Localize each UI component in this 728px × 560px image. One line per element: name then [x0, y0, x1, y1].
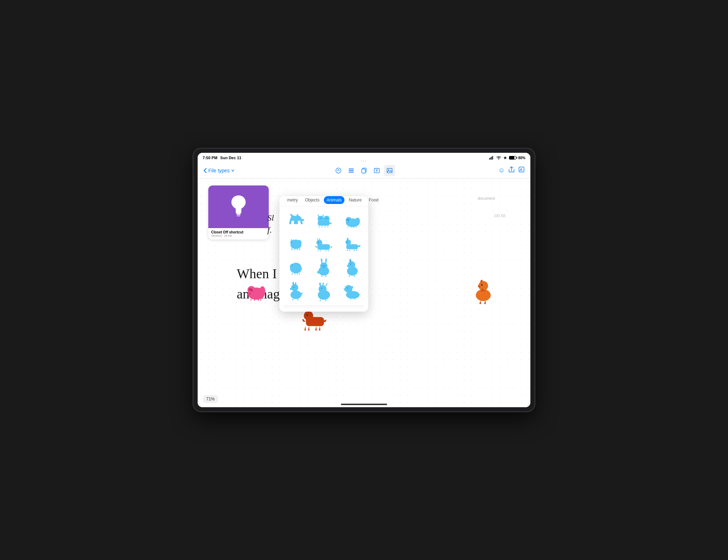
- svg-rect-7: [349, 170, 354, 171]
- svg-rect-12: [387, 168, 392, 173]
- svg-point-49: [348, 219, 349, 220]
- animals-grid: [279, 206, 368, 305]
- svg-point-55: [296, 240, 301, 245]
- canvas-area[interactable]: Closet Off shortcut Shortcut · 28 KB Sl …: [198, 178, 530, 407]
- svg-point-59: [318, 242, 319, 243]
- tab-food[interactable]: Food: [366, 196, 381, 204]
- svg-rect-16: [237, 215, 240, 216]
- svg-point-70: [292, 265, 293, 265]
- toolbar-image-btn[interactable]: [384, 165, 395, 176]
- pig-icon: [244, 281, 269, 301]
- svg-point-46: [355, 217, 360, 225]
- svg-rect-3: [492, 156, 493, 160]
- svg-point-50: [347, 222, 348, 223]
- svg-point-47: [346, 219, 349, 221]
- ipad-frame: 7:50 PM Sun Dec 11: [193, 149, 535, 411]
- svg-point-74: [324, 265, 325, 266]
- shape-panel: metry Objects Animals Nature Food: [279, 196, 368, 312]
- svg-rect-8: [349, 172, 354, 172]
- svg-point-78: [350, 264, 351, 265]
- svg-point-5: [336, 168, 341, 173]
- file-card-thumbnail: [208, 185, 269, 228]
- animal-goat[interactable]: [312, 234, 336, 254]
- svg-point-87: [347, 287, 348, 289]
- svg-point-40: [320, 218, 321, 219]
- animal-lamb[interactable]: [284, 258, 308, 278]
- svg-point-21: [259, 286, 266, 296]
- svg-rect-2: [491, 157, 492, 160]
- svg-point-72: [320, 263, 328, 270]
- svg-point-84: [321, 288, 322, 289]
- toolbar-right: ☺: [498, 166, 525, 175]
- animal-turkey[interactable]: [312, 281, 336, 301]
- svg-point-75: [323, 266, 325, 268]
- animal-donkey[interactable]: [339, 234, 364, 254]
- svg-point-42: [326, 218, 327, 219]
- svg-rect-0: [489, 158, 490, 160]
- share-btn[interactable]: [508, 166, 515, 175]
- animal-rabbit[interactable]: [312, 258, 336, 278]
- svg-point-41: [321, 218, 322, 219]
- tab-geometry[interactable]: metry: [284, 196, 301, 204]
- animal-rooster[interactable]: [284, 281, 308, 301]
- svg-point-62: [347, 241, 348, 242]
- animal-chicken-grid[interactable]: [339, 258, 364, 278]
- time: 7:50 PM: [203, 156, 218, 160]
- date: Sun Dec 11: [220, 156, 241, 160]
- toolbar-lines-btn[interactable]: [346, 165, 357, 176]
- svg-point-4: [498, 159, 499, 160]
- svg-point-56: [291, 242, 292, 242]
- tab-animals[interactable]: Animals: [324, 196, 345, 204]
- file-card[interactable]: Closet Off shortcut Shortcut · 28 KB: [208, 185, 269, 239]
- svg-point-81: [294, 287, 295, 288]
- file-card-info: Closet Off shortcut Shortcut · 28 KB: [208, 228, 269, 239]
- chevron-down-icon: [231, 169, 235, 172]
- chicken-icon: [472, 278, 495, 305]
- svg-rect-10: [362, 169, 365, 173]
- file-size-label: 100 KB: [494, 214, 505, 218]
- status-right: ★ 80%: [489, 156, 525, 160]
- toolbar-copy-btn[interactable]: [358, 165, 370, 176]
- pig-sticker[interactable]: [244, 281, 269, 302]
- svg-rect-1: [490, 157, 491, 160]
- animal-cow[interactable]: [312, 211, 336, 231]
- svg-point-25: [249, 293, 251, 294]
- ipad-screen: 7:50 PM Sun Dec 11: [198, 153, 530, 407]
- main-content: Closet Off shortcut Shortcut · 28 KB Sl …: [198, 178, 530, 407]
- svg-point-80: [291, 284, 298, 291]
- svg-point-36: [291, 216, 292, 217]
- edit-btn[interactable]: [518, 166, 525, 174]
- svg-point-13: [388, 169, 389, 170]
- back-label: File types: [208, 168, 230, 173]
- svg-point-30: [482, 284, 483, 285]
- svg-point-48: [347, 219, 348, 220]
- bulb-icon: [228, 193, 249, 221]
- tab-nature[interactable]: Nature: [346, 196, 364, 204]
- toolbar-text-btn[interactable]: [371, 165, 382, 176]
- svg-point-61: [346, 239, 351, 245]
- wifi-icon: [496, 156, 501, 160]
- animal-sheep[interactable]: [284, 234, 308, 254]
- animal-pig[interactable]: [339, 211, 364, 231]
- chicken-sticker[interactable]: [472, 278, 495, 306]
- battery-icon: [509, 156, 516, 160]
- signal-icon: [489, 156, 494, 160]
- svg-point-77: [348, 261, 355, 269]
- svg-point-34: [307, 314, 308, 315]
- tab-objects[interactable]: Objects: [302, 196, 322, 204]
- svg-point-23: [250, 289, 251, 290]
- toolbar-pen-btn[interactable]: [333, 165, 344, 176]
- svg-rect-15: [236, 214, 241, 215]
- smiley-btn[interactable]: ☺: [498, 167, 505, 174]
- star-icon: ★: [503, 156, 507, 160]
- back-button[interactable]: File types: [203, 168, 235, 173]
- canvas-sketch-text: Sl f.: [267, 212, 274, 236]
- animal-duck[interactable]: [339, 281, 364, 301]
- animal-horse[interactable]: [284, 211, 308, 231]
- svg-point-69: [291, 264, 295, 268]
- toolbar-center: ···: [333, 165, 395, 176]
- svg-point-73: [322, 265, 323, 266]
- battery-pct: 80%: [518, 156, 525, 160]
- toolbar: File types ···: [198, 163, 530, 178]
- file-card-title: Closet Off shortcut: [211, 230, 266, 234]
